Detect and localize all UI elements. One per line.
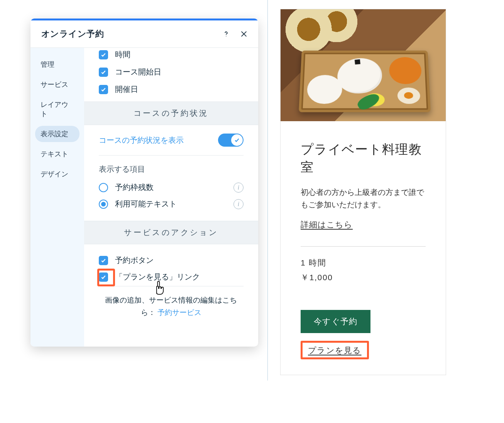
preview-divider — [301, 246, 426, 247]
info-icon[interactable]: i — [233, 183, 244, 193]
radio-label: 予約枠残数 — [115, 182, 227, 193]
preview-book-button[interactable]: 今すぐ予約 — [301, 310, 370, 333]
preview-image — [281, 9, 446, 121]
modal-title: オンライン予約 — [41, 28, 221, 40]
checkbox-session-date[interactable] — [99, 85, 108, 94]
service-action-block: 予約ボタン 「プランを見る」リンク — [84, 244, 258, 286]
check-row-book-button: 予約ボタン — [99, 253, 244, 266]
availability-block: コースの予約状況を表示 表示する項目 予約枠残数 i 利用可能テキスト — [84, 125, 258, 221]
modal-content: 時間 コース開始日 開催日 コースの予約状況 コ — [84, 48, 258, 347]
check-label: 時間 — [115, 49, 130, 60]
checkbox-plan-link[interactable] — [99, 272, 108, 282]
sidebar-item-manage[interactable]: 管理 — [35, 56, 79, 73]
check-row-plan-link: 「プランを見る」リンク — [99, 269, 244, 282]
sidebar-item-display[interactable]: 表示設定 — [35, 126, 79, 142]
sidebar-item-layout[interactable]: レイアウト — [35, 96, 79, 122]
check-label: 開催日 — [115, 84, 138, 95]
info-icon[interactable]: i — [233, 199, 244, 209]
close-icon[interactable] — [239, 29, 249, 39]
radio-row-available-text: 利用可能テキスト i — [99, 196, 244, 212]
modal-header: オンライン予約 — [30, 20, 258, 48]
sidebar-item-service[interactable]: サービス — [35, 76, 79, 93]
radio-label: 利用可能テキスト — [115, 199, 227, 209]
check-row-session-date: 開催日 — [99, 82, 247, 95]
svg-point-0 — [226, 36, 227, 37]
vertical-divider — [267, 0, 268, 381]
availability-toggle[interactable] — [218, 134, 244, 147]
display-items-heading: 表示する項目 — [99, 164, 244, 174]
check-row-time: 時間 — [99, 48, 247, 60]
preview-plan-link[interactable]: プランを見る — [308, 346, 362, 355]
footnote: 画像の追加、サービス情報の編集はこちら： 予約サービス — [99, 286, 244, 328]
preview-details-link[interactable]: 詳細はこちら — [301, 219, 353, 230]
preview-title: プライベート料理教室 — [301, 140, 426, 176]
preview-duration: 1 時間 — [301, 257, 426, 268]
checkbox-book-button[interactable] — [99, 256, 108, 265]
radio-row-slots: 予約枠残数 i — [99, 179, 244, 196]
availability-toggle-label: コースの予約状況を表示 — [99, 135, 184, 146]
section-header-service-action: サービスのアクション — [84, 221, 258, 244]
sidebar-item-text[interactable]: テキスト — [35, 146, 79, 162]
top-check-list: 時間 コース開始日 開催日 — [84, 48, 258, 102]
modal-sidebar: 管理 サービス レイアウト 表示設定 テキスト デザイン — [30, 48, 84, 347]
availability-toggle-row: コースの予約状況を表示 — [99, 134, 244, 156]
help-icon[interactable] — [221, 29, 231, 39]
radio-available-text[interactable] — [99, 200, 108, 209]
preview-plan-highlight: プランを見る — [301, 341, 369, 359]
settings-modal: オンライン予約 管理 サービス レイアウト 表示設定 テキスト デザイン — [30, 19, 258, 347]
footnote-link[interactable]: 予約サービス — [157, 308, 201, 316]
check-label: 「プランを見る」リンク — [115, 272, 200, 282]
check-label: 予約ボタン — [115, 255, 154, 266]
check-row-start-date: コース開始日 — [99, 64, 247, 77]
section-header-availability: コースの予約状況 — [84, 102, 258, 125]
preview-price: ￥1,000 — [301, 272, 426, 283]
checkbox-time[interactable] — [99, 50, 108, 59]
checkbox-start-date[interactable] — [99, 68, 108, 77]
check-label: コース開始日 — [115, 67, 161, 77]
preview-description: 初心者の方から上級者の方まで誰でもご参加いただけます。 — [301, 186, 426, 211]
preview-card: プライベート料理教室 初心者の方から上級者の方まで誰でもご参加いただけます。 詳… — [280, 9, 446, 375]
sidebar-item-design[interactable]: デザイン — [35, 166, 79, 182]
radio-slots[interactable] — [99, 183, 108, 192]
